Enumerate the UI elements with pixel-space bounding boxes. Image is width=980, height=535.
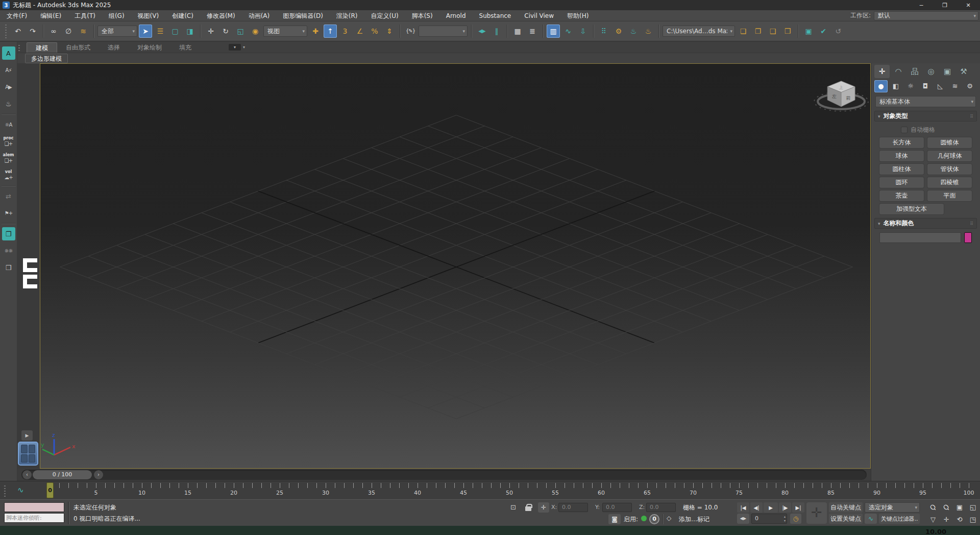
cat-cameras[interactable]: ◘ <box>919 80 932 92</box>
project-folder-dropdown[interactable]: C:\Users\Ad…ds Max 2025▾ <box>663 26 735 37</box>
mini-curve-editor-icon[interactable]: ∿ <box>17 485 24 495</box>
move-icon[interactable]: ✛ <box>204 25 217 38</box>
select-link-icon[interactable]: ∞ <box>47 25 60 38</box>
flag-properties-icon[interactable]: ⚑+ <box>2 206 15 220</box>
isolate-selection-icon[interactable]: ⊡ <box>510 503 516 511</box>
object-button-几何球体[interactable]: 几何球体 <box>927 151 972 161</box>
macro-recorder-box[interactable] <box>4 502 64 512</box>
cat-geometry[interactable]: ● <box>874 80 888 92</box>
menu-item[interactable]: 组(G) <box>102 12 131 19</box>
project-structure-icon[interactable]: ❑ <box>766 25 779 38</box>
zoom-all-icon[interactable]: Ϙ <box>938 499 955 516</box>
use-center-icon[interactable]: ↑ <box>324 25 337 38</box>
menu-item[interactable]: 工具(T) <box>68 12 102 19</box>
window-crossing-icon[interactable]: ◨ <box>183 25 197 38</box>
time-slider-track[interactable] <box>21 470 867 480</box>
arnold-renderview-icon[interactable]: A <box>2 46 15 60</box>
arnold-procedural-icon[interactable]: proc❑+ <box>2 135 15 148</box>
arnold-volume-icon[interactable]: vol☁+ <box>2 168 15 182</box>
set-keys-button[interactable]: ✛ <box>806 502 827 524</box>
z-coord-field[interactable]: 0.0 <box>646 503 676 512</box>
pan-icon[interactable]: ✛ <box>940 514 952 525</box>
render-setup-icon[interactable]: ⚙ <box>612 25 625 38</box>
autogrid-checkbox[interactable] <box>901 127 908 133</box>
spinner-snap-icon[interactable]: ⇕ <box>383 25 396 38</box>
cube-icon[interactable]: ◇ <box>667 515 671 522</box>
rendered-frame-icon[interactable]: ♨ <box>627 25 640 38</box>
percent-snap-icon[interactable]: % <box>368 25 381 38</box>
ribbon-minimize-widget[interactable]: ▾ ▾ <box>229 44 245 51</box>
convert-scene-icon[interactable]: ⇄ <box>2 189 15 203</box>
cat-lights[interactable]: ☼ <box>904 80 917 92</box>
tab-modify[interactable]: ◠ <box>891 65 906 78</box>
material-editor-icon[interactable]: ⠿ <box>597 25 610 38</box>
viewport-layout-button[interactable] <box>18 442 38 466</box>
key-filters-button[interactable]: 关键点过滤器.. <box>879 514 920 524</box>
object-button-长方体[interactable]: 长方体 <box>879 137 924 148</box>
undo-history-icon[interactable]: ↺ <box>831 25 845 38</box>
object-button-四棱锥[interactable]: 四棱锥 <box>927 177 972 188</box>
cat-spacewarps[interactable]: ≋ <box>948 80 962 92</box>
scene-explorer-icon[interactable]: ▦ <box>511 25 524 38</box>
add-marker-label[interactable]: 添加…标记 <box>679 515 709 524</box>
auto-key-button[interactable]: 自动关键点 <box>829 502 863 513</box>
scale-icon[interactable]: ◱ <box>234 25 247 38</box>
current-frame-marker[interactable]: 0 <box>46 482 54 498</box>
y-coord-field[interactable]: 0.0 <box>602 503 632 512</box>
track-bar[interactable]: ∿ 05101520253035404550556065707580859095… <box>0 481 980 499</box>
restore-button[interactable]: ❐ <box>933 0 957 10</box>
viewport-layout-tab-icon[interactable] <box>23 275 37 288</box>
object-button-球体[interactable]: 球体 <box>879 151 924 161</box>
object-button-平面[interactable]: 平面 <box>927 190 972 201</box>
select-place-icon[interactable]: ◉ <box>249 25 262 38</box>
perspective-viewport[interactable]: 上 左 前 z x y <box>40 63 871 469</box>
animation-count-badge[interactable]: 0 <box>649 514 659 524</box>
tab-hierarchy[interactable]: 品 <box>907 65 922 78</box>
snap-3d-icon[interactable]: 3 <box>338 25 352 38</box>
named-selection-dropdown[interactable]: ▾ <box>419 26 468 37</box>
texture-baking-icon[interactable]: ❐ <box>2 227 15 240</box>
ribbon-tab-自由形式[interactable]: 自由形式 <box>57 42 99 53</box>
menu-item[interactable]: 脚本(S) <box>405 12 439 19</box>
redo-icon[interactable]: ↷ <box>26 25 39 38</box>
rect-selection-region-icon[interactable]: ▢ <box>168 25 182 38</box>
arnold-render-icon[interactable]: A⚡ <box>2 63 15 77</box>
menu-item[interactable]: Civil View <box>518 12 560 19</box>
tab-create[interactable]: ✛ <box>874 65 890 78</box>
trackbar-grip[interactable] <box>4 484 6 497</box>
menu-item[interactable]: 文件(F) <box>0 12 34 19</box>
zoom-extents-all-icon[interactable]: ◱ <box>967 502 979 513</box>
menu-item[interactable]: 动画(A) <box>242 12 277 19</box>
menu-item[interactable]: 修改器(M) <box>200 12 242 19</box>
scene-health-check-icon[interactable]: ✔ <box>817 25 830 38</box>
menu-item[interactable]: 编辑(E) <box>34 12 68 19</box>
maximize-viewport-icon[interactable]: ◳ <box>967 514 979 525</box>
selection-lock-icon[interactable] <box>525 506 531 511</box>
menu-item[interactable]: Arnold <box>439 12 473 19</box>
object-type-rollout-header[interactable]: ▾ 对象类型 ⠿ <box>874 111 977 121</box>
object-button-圆锥体[interactable]: 圆锥体 <box>927 137 972 148</box>
object-button-茶壶[interactable]: 茶壶 <box>879 190 924 201</box>
menu-item[interactable]: 视图(V) <box>131 12 166 19</box>
toolbar-grip[interactable] <box>5 24 7 38</box>
set-key-button[interactable]: 设置关键点 <box>829 514 863 524</box>
x-coord-field[interactable]: 0.0 <box>558 503 588 512</box>
project-open-icon[interactable]: ❐ <box>751 25 765 38</box>
object-button-加强型文本[interactable]: 加强型文本 <box>879 204 944 214</box>
layer-explorer-icon[interactable]: ≣ <box>526 25 539 38</box>
next-frame-button[interactable]: |▶ <box>779 502 791 513</box>
maxscript-mini-listener[interactable]: 脚本迷你侦听: <box>4 513 64 523</box>
object-button-圆环[interactable]: 圆环 <box>879 177 924 188</box>
mirror-icon[interactable]: ◀▶ <box>475 25 488 38</box>
key-filters-icon[interactable]: ∿ <box>865 514 877 524</box>
ribbon-tab-填充[interactable]: 填充 <box>170 42 200 53</box>
prev-frame-button[interactable]: ◀| <box>750 502 763 513</box>
select-by-name-icon[interactable]: ☰ <box>154 25 167 38</box>
zoom-extents-icon[interactable]: ▣ <box>953 502 966 513</box>
angle-snap-icon[interactable]: ∠ <box>353 25 366 38</box>
tab-utilities[interactable]: ⚒ <box>956 65 971 78</box>
minimize-button[interactable]: ─ <box>910 0 933 10</box>
use-pivot-icon[interactable]: ✚ <box>309 25 322 38</box>
close-button[interactable]: ✕ <box>957 0 980 10</box>
undo-icon[interactable]: ↶ <box>11 25 24 38</box>
